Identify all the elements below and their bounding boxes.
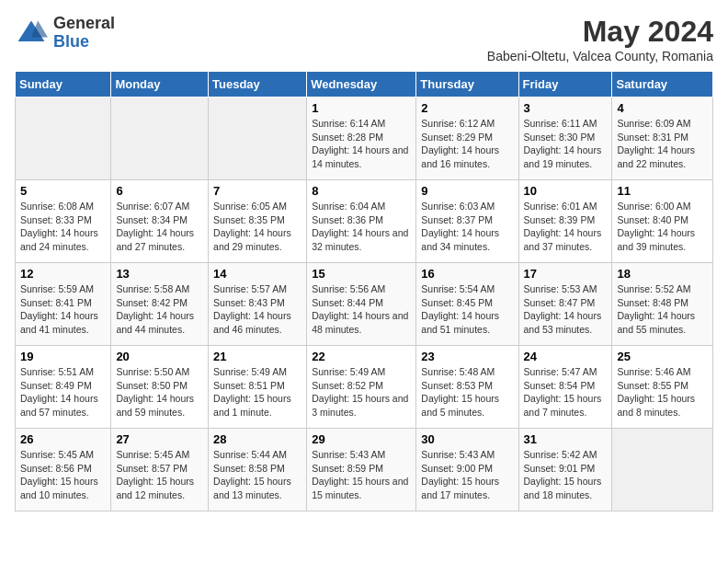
day-number: 26 bbox=[20, 432, 106, 446]
day-info: Sunrise: 5:45 AMSunset: 8:56 PMDaylight:… bbox=[20, 448, 106, 502]
week-row-1: 1 Sunrise: 6:14 AMSunset: 8:28 PMDayligh… bbox=[16, 98, 713, 180]
calendar-cell: 20 Sunrise: 5:50 AMSunset: 8:50 PMDaylig… bbox=[111, 346, 209, 429]
calendar-cell bbox=[111, 98, 209, 180]
day-number: 25 bbox=[617, 350, 708, 363]
day-number: 16 bbox=[421, 267, 513, 281]
day-number: 24 bbox=[524, 350, 608, 363]
calendar-cell: 21 Sunrise: 5:49 AMSunset: 8:51 PMDaylig… bbox=[209, 346, 307, 429]
day-info: Sunrise: 5:43 AMSunset: 9:00 PMDaylight:… bbox=[421, 448, 513, 502]
day-number: 21 bbox=[213, 350, 301, 363]
day-number: 31 bbox=[524, 432, 608, 446]
calendar-cell: 1 Sunrise: 6:14 AMSunset: 8:28 PMDayligh… bbox=[307, 98, 416, 180]
day-number: 6 bbox=[116, 184, 203, 198]
logo: General Blue bbox=[15, 15, 115, 52]
day-number: 1 bbox=[312, 101, 411, 115]
day-number: 22 bbox=[312, 350, 411, 363]
calendar-cell: 9 Sunrise: 6:03 AMSunset: 8:37 PMDayligh… bbox=[416, 180, 518, 263]
day-info: Sunrise: 5:45 AMSunset: 8:57 PMDaylight:… bbox=[116, 448, 203, 502]
calendar-cell: 29 Sunrise: 5:43 AMSunset: 8:59 PMDaylig… bbox=[307, 429, 416, 511]
day-number: 3 bbox=[524, 101, 608, 115]
day-number: 11 bbox=[617, 184, 708, 198]
day-number: 2 bbox=[421, 101, 513, 115]
day-number: 9 bbox=[421, 184, 513, 198]
calendar-cell: 8 Sunrise: 6:04 AMSunset: 8:36 PMDayligh… bbox=[307, 180, 416, 263]
logo-text: General Blue bbox=[53, 15, 115, 52]
header-row: SundayMondayTuesdayWednesdayThursdayFrid… bbox=[16, 72, 713, 98]
calendar-cell: 7 Sunrise: 6:05 AMSunset: 8:35 PMDayligh… bbox=[209, 180, 307, 263]
subtitle: Babeni-Oltetu, Valcea County, Romania bbox=[487, 49, 713, 63]
calendar-cell: 12 Sunrise: 5:59 AMSunset: 8:41 PMDaylig… bbox=[16, 263, 111, 346]
calendar-cell: 3 Sunrise: 6:11 AMSunset: 8:30 PMDayligh… bbox=[518, 98, 612, 180]
calendar-cell: 24 Sunrise: 5:47 AMSunset: 8:54 PMDaylig… bbox=[518, 346, 612, 429]
calendar-cell: 28 Sunrise: 5:44 AMSunset: 8:58 PMDaylig… bbox=[209, 429, 307, 511]
day-number: 29 bbox=[312, 432, 411, 446]
day-info: Sunrise: 5:50 AMSunset: 8:50 PMDaylight:… bbox=[116, 365, 203, 419]
calendar-cell: 26 Sunrise: 5:45 AMSunset: 8:56 PMDaylig… bbox=[16, 429, 111, 511]
calendar-table: SundayMondayTuesdayWednesdayThursdayFrid… bbox=[15, 71, 713, 511]
day-info: Sunrise: 5:51 AMSunset: 8:49 PMDaylight:… bbox=[20, 365, 106, 419]
day-info: Sunrise: 6:14 AMSunset: 8:28 PMDaylight:… bbox=[312, 117, 411, 171]
title-block: May 2024 Babeni-Oltetu, Valcea County, R… bbox=[487, 15, 713, 63]
day-number: 4 bbox=[617, 101, 708, 115]
logo-blue-text: Blue bbox=[53, 33, 115, 52]
day-number: 14 bbox=[213, 267, 301, 281]
day-number: 20 bbox=[116, 350, 203, 363]
day-info: Sunrise: 6:03 AMSunset: 8:37 PMDaylight:… bbox=[421, 200, 513, 254]
day-info: Sunrise: 5:59 AMSunset: 8:41 PMDaylight:… bbox=[20, 282, 106, 337]
calendar-cell: 11 Sunrise: 6:00 AMSunset: 8:40 PMDaylig… bbox=[612, 180, 713, 263]
calendar-cell: 16 Sunrise: 5:54 AMSunset: 8:45 PMDaylig… bbox=[416, 263, 518, 346]
day-info: Sunrise: 5:56 AMSunset: 8:44 PMDaylight:… bbox=[312, 282, 411, 337]
day-number: 17 bbox=[524, 267, 608, 281]
day-info: Sunrise: 5:42 AMSunset: 9:01 PMDaylight:… bbox=[524, 448, 608, 502]
calendar-cell: 31 Sunrise: 5:42 AMSunset: 9:01 PMDaylig… bbox=[518, 429, 612, 511]
calendar-cell bbox=[16, 98, 111, 180]
logo-general-text: General bbox=[53, 15, 115, 33]
day-info: Sunrise: 6:11 AMSunset: 8:30 PMDaylight:… bbox=[524, 117, 608, 171]
day-info: Sunrise: 5:44 AMSunset: 8:58 PMDaylight:… bbox=[213, 448, 301, 502]
day-number: 23 bbox=[421, 350, 513, 363]
day-number: 8 bbox=[312, 184, 411, 198]
calendar-cell: 30 Sunrise: 5:43 AMSunset: 9:00 PMDaylig… bbox=[416, 429, 518, 511]
day-info: Sunrise: 5:57 AMSunset: 8:43 PMDaylight:… bbox=[213, 282, 301, 337]
day-info: Sunrise: 5:53 AMSunset: 8:47 PMDaylight:… bbox=[524, 282, 608, 337]
day-number: 19 bbox=[20, 350, 106, 363]
calendar-cell: 14 Sunrise: 5:57 AMSunset: 8:43 PMDaylig… bbox=[209, 263, 307, 346]
day-number: 13 bbox=[116, 267, 203, 281]
calendar-cell: 4 Sunrise: 6:09 AMSunset: 8:31 PMDayligh… bbox=[612, 98, 713, 180]
day-info: Sunrise: 6:08 AMSunset: 8:33 PMDaylight:… bbox=[20, 200, 106, 254]
week-row-2: 5 Sunrise: 6:08 AMSunset: 8:33 PMDayligh… bbox=[16, 180, 713, 263]
week-row-3: 12 Sunrise: 5:59 AMSunset: 8:41 PMDaylig… bbox=[16, 263, 713, 346]
day-number: 7 bbox=[213, 184, 301, 198]
day-info: Sunrise: 5:58 AMSunset: 8:42 PMDaylight:… bbox=[116, 282, 203, 337]
day-info: Sunrise: 6:07 AMSunset: 8:34 PMDaylight:… bbox=[116, 200, 203, 254]
day-info: Sunrise: 6:09 AMSunset: 8:31 PMDaylight:… bbox=[617, 117, 708, 171]
day-number: 28 bbox=[213, 432, 301, 446]
day-info: Sunrise: 5:47 AMSunset: 8:54 PMDaylight:… bbox=[524, 365, 608, 419]
day-number: 10 bbox=[524, 184, 608, 198]
header-day-wednesday: Wednesday bbox=[307, 72, 416, 98]
header-day-saturday: Saturday bbox=[612, 72, 713, 98]
main-title: May 2024 bbox=[487, 15, 713, 49]
header-day-thursday: Thursday bbox=[416, 72, 518, 98]
page-header: General Blue May 2024 Babeni-Oltetu, Val… bbox=[15, 15, 713, 63]
week-row-5: 26 Sunrise: 5:45 AMSunset: 8:56 PMDaylig… bbox=[16, 429, 713, 511]
calendar-cell: 17 Sunrise: 5:53 AMSunset: 8:47 PMDaylig… bbox=[518, 263, 612, 346]
calendar-cell: 19 Sunrise: 5:51 AMSunset: 8:49 PMDaylig… bbox=[16, 346, 111, 429]
logo-icon bbox=[15, 17, 48, 50]
day-info: Sunrise: 6:05 AMSunset: 8:35 PMDaylight:… bbox=[213, 200, 301, 254]
calendar-cell: 5 Sunrise: 6:08 AMSunset: 8:33 PMDayligh… bbox=[16, 180, 111, 263]
calendar-cell bbox=[612, 429, 713, 511]
calendar-cell: 22 Sunrise: 5:49 AMSunset: 8:52 PMDaylig… bbox=[307, 346, 416, 429]
day-number: 27 bbox=[116, 432, 203, 446]
week-row-4: 19 Sunrise: 5:51 AMSunset: 8:49 PMDaylig… bbox=[16, 346, 713, 429]
calendar-cell bbox=[209, 98, 307, 180]
header-day-friday: Friday bbox=[518, 72, 612, 98]
day-info: Sunrise: 5:43 AMSunset: 8:59 PMDaylight:… bbox=[312, 448, 411, 502]
calendar-cell: 15 Sunrise: 5:56 AMSunset: 8:44 PMDaylig… bbox=[307, 263, 416, 346]
day-info: Sunrise: 5:48 AMSunset: 8:53 PMDaylight:… bbox=[421, 365, 513, 419]
day-number: 18 bbox=[617, 267, 708, 281]
day-number: 30 bbox=[421, 432, 513, 446]
calendar-cell: 10 Sunrise: 6:01 AMSunset: 8:39 PMDaylig… bbox=[518, 180, 612, 263]
calendar-cell: 23 Sunrise: 5:48 AMSunset: 8:53 PMDaylig… bbox=[416, 346, 518, 429]
day-info: Sunrise: 6:12 AMSunset: 8:29 PMDaylight:… bbox=[421, 117, 513, 171]
